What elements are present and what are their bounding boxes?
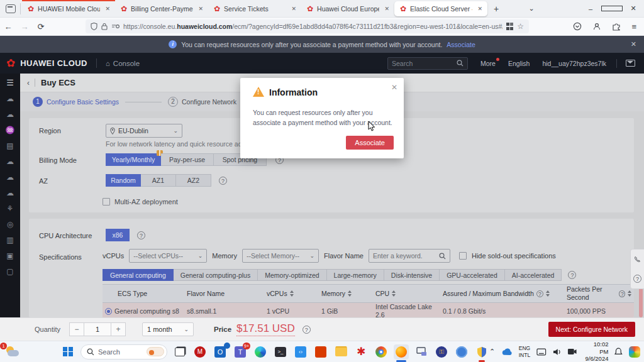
tab-general-computing-plus[interactable]: General computing-plus <box>174 269 258 281</box>
price-help-icon[interactable]: ? <box>303 326 311 334</box>
red-asterisk-app-icon[interactable]: ✱ <box>353 344 369 359</box>
firefox-icon[interactable] <box>394 344 409 359</box>
volume-icon[interactable] <box>553 348 562 356</box>
quantity-plus-button[interactable]: + <box>111 322 126 336</box>
shield-badge-icon[interactable] <box>111 23 119 30</box>
vscode-icon[interactable]: ‹› <box>293 344 308 359</box>
sidebar-image-icon[interactable]: ▣ <box>6 252 13 260</box>
banner-close-icon[interactable]: ✕ <box>631 40 636 48</box>
tab-general-computing[interactable]: General computing <box>103 269 174 281</box>
vcpus-select[interactable]: --Select vCPUs--⌄ <box>129 249 207 263</box>
menu-hamburger-icon[interactable]: ≡ <box>631 22 636 31</box>
keepass-icon[interactable]: ⚿ <box>434 344 449 359</box>
modal-associate-button[interactable]: Associate <box>346 136 394 150</box>
file-explorer-icon[interactable] <box>333 344 348 359</box>
terminal-icon[interactable]: >_ <box>273 344 288 359</box>
hidden-icons-chevron[interactable]: ⌃ <box>489 348 495 356</box>
chrome-icon[interactable] <box>374 344 389 359</box>
sidebar-storage-icon[interactable]: ▤ <box>6 142 13 150</box>
help-icon[interactable]: ? <box>619 290 625 297</box>
tab-close-icon[interactable]: ✕ <box>476 6 484 12</box>
browser-tab-2[interactable]: ✿ Billing Center-Payment Method ✕ <box>115 1 208 17</box>
sort-icon[interactable] <box>348 290 352 297</box>
edge-icon[interactable] <box>253 344 268 359</box>
lock-icon[interactable] <box>101 23 108 30</box>
tab-close-icon[interactable]: ✕ <box>104 6 111 12</box>
tab-close-icon[interactable]: ✕ <box>197 6 204 12</box>
onedrive-icon[interactable] <box>501 348 513 356</box>
col-memory[interactable]: Memory <box>319 288 373 299</box>
shield-permissions-icon[interactable] <box>91 23 97 30</box>
modal-close-icon[interactable]: ✕ <box>391 83 397 92</box>
tab-large-memory[interactable]: Large-memory <box>327 269 384 281</box>
step-1-label[interactable]: Configure Basic Settings <box>47 98 119 106</box>
help-support-icon[interactable]: ? <box>633 275 641 283</box>
hide-soldout-checkbox[interactable] <box>459 252 467 260</box>
billing-pay-per-use-button[interactable]: Pay-per-use <box>161 153 214 166</box>
billing-yearly-monthly-button[interactable]: Yearly/Monthly <box>106 153 161 166</box>
az-az1-button[interactable]: AZ1 <box>141 174 176 187</box>
sidebar-ecs-icon[interactable]: ☁ <box>6 111 14 118</box>
help-icon[interactable]: ? <box>536 290 543 297</box>
bookmark-star-icon[interactable]: ☆ <box>517 22 524 31</box>
quantity-minus-button[interactable]: − <box>69 322 84 336</box>
language-menu[interactable]: English <box>508 60 530 67</box>
language-indicator[interactable]: ENGINTL <box>519 345 530 358</box>
tab-close-icon[interactable]: ✕ <box>383 6 391 12</box>
col-pps[interactable]: Packets Per Second? <box>564 284 634 302</box>
start-button[interactable] <box>60 344 75 359</box>
minimize-button[interactable]: – <box>580 5 601 13</box>
huawei-logo-icon[interactable]: ✿ <box>6 58 15 69</box>
next-configure-network-button[interactable]: Next: Configure Network <box>548 322 635 337</box>
back-chevron-icon[interactable]: ‹ <box>27 79 30 87</box>
search-icon[interactable] <box>439 253 446 260</box>
reload-button[interactable]: ⟳ <box>33 22 49 31</box>
sidebar-menu-icon[interactable]: ☰ <box>6 79 14 87</box>
tab-ai-accelerated[interactable]: AI-accelerated <box>505 269 562 281</box>
sidebar-security-icon[interactable]: ▢ <box>6 268 13 275</box>
cpu-x86-button[interactable]: x86 <box>106 229 130 241</box>
region-dropdown[interactable]: EU-Dublin ⌄ <box>106 124 182 138</box>
close-window-button[interactable]: ✕ <box>623 4 644 13</box>
row-radio-selected[interactable] <box>105 308 112 315</box>
sidebar-db-icon[interactable]: ▥ <box>6 236 13 244</box>
sort-icon[interactable] <box>392 290 396 297</box>
flavor-table-row[interactable]: General computing s8 s8.small.1 1 vCPU 1… <box>103 303 634 317</box>
sort-icon[interactable] <box>290 290 294 297</box>
pocket-icon[interactable] <box>573 22 582 31</box>
office-icon[interactable] <box>313 344 328 359</box>
col-bandwidth[interactable]: Assured / Maximum Bandwidth? <box>440 288 564 299</box>
sidebar-cloud3-icon[interactable]: ☁ <box>6 173 14 181</box>
list-tabs-chevron-icon[interactable]: ⌄ <box>521 4 542 13</box>
maximize-button[interactable] <box>601 5 623 13</box>
tab-manager-icon[interactable] <box>6 4 16 13</box>
col-vcpus[interactable]: vCPUs <box>264 288 319 299</box>
account-icon[interactable] <box>592 22 601 31</box>
globe-app-icon[interactable] <box>454 344 469 359</box>
mcafee-icon[interactable]: M <box>192 344 208 359</box>
sidebar-cloud2-icon[interactable]: ☁ <box>6 158 14 165</box>
outlook-icon[interactable]: O <box>213 344 228 359</box>
flavor-tabs-help-icon[interactable]: ? <box>568 271 576 279</box>
tab-gpu-accelerated[interactable]: GPU-accelerated <box>440 269 505 281</box>
quantity-value[interactable]: 1 <box>84 322 111 336</box>
sidebar-dashboard-icon[interactable]: ☁ <box>6 95 14 102</box>
containers-grid-icon[interactable] <box>506 23 514 30</box>
more-menu[interactable]: More <box>480 60 496 67</box>
multi-az-checkbox[interactable] <box>103 198 110 206</box>
home-icon[interactable]: ⌂ <box>106 60 110 67</box>
new-tab-button[interactable]: + <box>494 4 499 14</box>
col-ecs-type[interactable]: ECS Type <box>103 288 184 299</box>
sidebar-monitor-icon[interactable]: ◎ <box>7 221 13 228</box>
tab-close-icon[interactable]: ✕ <box>290 6 297 12</box>
extension-icon[interactable] <box>612 22 621 31</box>
clock-widget[interactable]: 10:02 PM 9/6/2024 <box>584 341 609 362</box>
forward-button[interactable]: → <box>16 22 33 31</box>
taskbar-search-input[interactable]: Search <box>80 344 167 359</box>
banner-associate-link[interactable]: Associate <box>447 41 475 48</box>
col-cpu[interactable]: CPU <box>373 288 440 299</box>
sidebar-tools-icon[interactable]: ⚘ <box>7 205 14 212</box>
console-link[interactable]: Console <box>113 60 140 67</box>
phone-support-icon[interactable] <box>634 256 641 263</box>
remote-desktop-icon[interactable] <box>414 344 429 359</box>
